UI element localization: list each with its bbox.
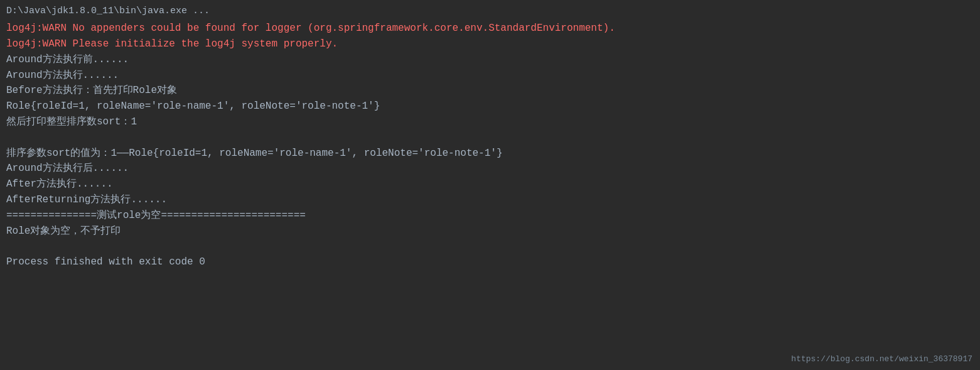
output-line: After方法执行...... [6, 177, 974, 192]
output-line: log4j:WARN Please initialize the log4j s… [6, 36, 974, 52]
output-line: Role对象为空，不予打印 [6, 224, 974, 239]
output-line: Around方法执行...... [6, 68, 974, 84]
output-line: 然后打印整型排序数sort：1 [6, 114, 974, 130]
output-line [6, 130, 974, 146]
watermark: https://blog.csdn.net/weixin_36378917 [791, 354, 972, 364]
output-lines: log4j:WARN No appenders could be found f… [6, 21, 974, 270]
output-line: Around方法执行后...... [6, 161, 974, 177]
output-line: log4j:WARN No appenders could be found f… [6, 21, 974, 36]
terminal-window: D:\Java\jdk1.8.0_11\bin\java.exe ... log… [0, 0, 980, 370]
output-line [6, 239, 974, 254]
output-line: AfterReturning方法执行...... [6, 192, 974, 208]
title-bar: D:\Java\jdk1.8.0_11\bin\java.exe ... [6, 4, 974, 18]
output-line: ===============测试role为空=================… [6, 208, 974, 224]
output-line: 排序参数sort的值为：1——Role{roleId=1, roleName='… [6, 146, 974, 161]
output-line: Role{roleId=1, roleName='role-name-1', r… [6, 99, 974, 114]
output-line: Before方法执行：首先打印Role对象 [6, 83, 974, 99]
output-line: Around方法执行前...... [6, 52, 974, 68]
output-line: Process finished with exit code 0 [6, 254, 974, 270]
